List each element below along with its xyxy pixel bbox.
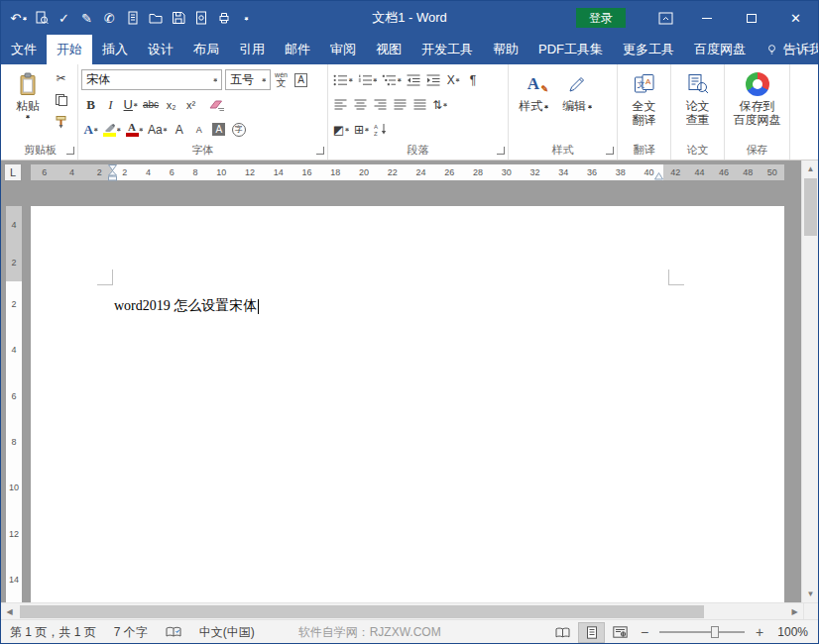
- ribbon-tab[interactable]: 视图: [366, 35, 411, 64]
- thesis-check-button[interactable]: 论文查重: [676, 67, 720, 143]
- asian-layout-button[interactable]: X▾: [444, 70, 463, 90]
- change-case-button[interactable]: Aa▾: [146, 120, 169, 140]
- ribbon-tab[interactable]: 插入: [92, 35, 138, 64]
- styles-button[interactable]: A✎ 样式▾: [512, 67, 555, 143]
- pinyin-guide-button[interactable]: wén文: [272, 70, 291, 90]
- underline-button[interactable]: U▾: [121, 95, 140, 115]
- vertical-scroll-thumb[interactable]: [804, 178, 817, 236]
- bold-button[interactable]: B: [81, 95, 100, 115]
- styles-dialog-launcher-icon[interactable]: [606, 147, 614, 155]
- maximize-button[interactable]: [729, 1, 773, 35]
- font-color-button[interactable]: A ▾: [124, 120, 146, 140]
- sort-button[interactable]: AZ: [372, 120, 391, 140]
- zoom-out-button[interactable]: −: [636, 624, 653, 640]
- increase-font-size-button[interactable]: A: [170, 120, 188, 140]
- ribbon-tab[interactable]: 开发工具: [411, 35, 483, 64]
- undo-button[interactable]: ↶▾: [7, 6, 30, 30]
- tell-me-button[interactable]: 告诉我: [756, 41, 818, 58]
- ribbon-tab[interactable]: 更多工具: [613, 35, 684, 64]
- zoom-slider[interactable]: [659, 631, 745, 633]
- align-left-button[interactable]: [331, 95, 350, 115]
- scroll-left-button[interactable]: ◀: [1, 603, 18, 620]
- ribbon-tab[interactable]: 布局: [183, 35, 229, 64]
- cut-button[interactable]: ✂: [52, 68, 70, 88]
- decrease-indent-button[interactable]: [405, 70, 423, 90]
- clipboard-dialog-launcher-icon[interactable]: [66, 147, 74, 155]
- save-to-baidu-netdisk-button[interactable]: 保存到百度网盘: [731, 67, 784, 143]
- copy-button[interactable]: [52, 90, 70, 110]
- ribbon-tab[interactable]: 百度网盘: [684, 35, 756, 64]
- line-spacing-button[interactable]: ⇅▾: [430, 95, 449, 115]
- multilevel-list-button[interactable]: ▾: [380, 70, 404, 90]
- editing-button[interactable]: 编辑▾: [555, 67, 599, 143]
- proofing-status[interactable]: [157, 626, 190, 638]
- font-size-combo[interactable]: 五号▾: [225, 69, 271, 90]
- paragraph-dialog-launcher-icon[interactable]: [497, 147, 505, 155]
- tab-stop-selector[interactable]: L: [4, 163, 22, 181]
- new-document-button[interactable]: [121, 6, 144, 30]
- horizontal-scrollbar[interactable]: ◀ ▶: [1, 602, 819, 619]
- save-button[interactable]: [167, 6, 189, 30]
- close-button[interactable]: ✕: [773, 1, 818, 35]
- shading-button[interactable]: ◩▾: [331, 120, 351, 140]
- distribute-button[interactable]: [410, 95, 429, 115]
- strikethrough-button[interactable]: abc: [141, 95, 161, 115]
- increase-indent-button[interactable]: [424, 70, 443, 90]
- align-center-button[interactable]: [351, 95, 370, 115]
- read-mode-button[interactable]: [549, 622, 576, 643]
- ribbon-tab[interactable]: 帮助: [483, 35, 528, 64]
- zoom-slider-thumb[interactable]: [711, 626, 719, 638]
- ribbon-tab[interactable]: 引用: [229, 35, 275, 64]
- ribbon-tab[interactable]: 文件: [1, 35, 47, 64]
- vertical-scrollbar[interactable]: ▲ ▼: [801, 161, 818, 602]
- font-dialog-launcher-icon[interactable]: [316, 147, 324, 155]
- preview-print-button[interactable]: [30, 6, 53, 30]
- superscript-button[interactable]: x²: [181, 95, 200, 115]
- bullets-button[interactable]: ▾: [331, 70, 355, 90]
- decrease-font-size-button[interactable]: A: [189, 120, 208, 140]
- zoom-in-button[interactable]: +: [751, 624, 768, 640]
- format-painter-button[interactable]: [52, 112, 70, 132]
- ribbon-tab[interactable]: 设计: [138, 35, 183, 64]
- login-button[interactable]: 登录: [576, 8, 626, 28]
- font-name-combo[interactable]: 宋体▾: [81, 69, 222, 90]
- scroll-down-button[interactable]: ▼: [802, 586, 819, 602]
- touch-mode-button[interactable]: ✆: [98, 6, 121, 30]
- print-layout-button[interactable]: [578, 622, 605, 643]
- full-text-translate-button[interactable]: 文A 全文翻译: [623, 67, 666, 143]
- document-page[interactable]: word2019 怎么设置宋体: [31, 206, 784, 602]
- track-changes-button[interactable]: ✎: [75, 6, 98, 30]
- borders-button[interactable]: ⊞▾: [352, 120, 371, 140]
- print-preview-button[interactable]: [189, 6, 212, 30]
- numbering-button[interactable]: ▾: [356, 70, 380, 90]
- zoom-level[interactable]: 100%: [770, 625, 812, 639]
- horizontal-scroll-track[interactable]: [18, 603, 786, 620]
- ribbon-tab[interactable]: 审阅: [320, 35, 366, 64]
- web-layout-button[interactable]: [607, 622, 634, 643]
- horizontal-scroll-thumb[interactable]: [20, 605, 704, 618]
- clear-formatting-button[interactable]: [207, 95, 227, 115]
- ribbon-tab[interactable]: 开始: [47, 35, 92, 64]
- character-shading-button[interactable]: A: [209, 120, 228, 140]
- justify-button[interactable]: [391, 95, 410, 115]
- show-hide-marks-button[interactable]: ¶: [464, 70, 483, 90]
- subscript-button[interactable]: x₂: [162, 95, 180, 115]
- text-highlight-button[interactable]: ▾: [101, 120, 123, 140]
- right-indent-marker[interactable]: [654, 172, 663, 180]
- document-text[interactable]: word2019 怎么设置宋体: [114, 297, 259, 315]
- spelling-check-button[interactable]: ✓: [53, 6, 75, 30]
- scroll-right-button[interactable]: ▶: [786, 603, 803, 620]
- ribbon-tab[interactable]: PDF工具集: [528, 35, 613, 64]
- ribbon-display-options-button[interactable]: [646, 1, 684, 35]
- open-document-button[interactable]: [144, 6, 167, 30]
- character-border-button[interactable]: A: [292, 70, 310, 90]
- left-indent-marker[interactable]: [108, 170, 117, 181]
- align-right-button[interactable]: [371, 95, 390, 115]
- language-indicator[interactable]: 中文(中国): [190, 624, 264, 641]
- minimize-button[interactable]: [684, 1, 729, 35]
- customize-qat-button[interactable]: ▾: [235, 6, 258, 30]
- scroll-up-button[interactable]: ▲: [802, 161, 819, 177]
- word-count[interactable]: 7 个字: [105, 624, 157, 641]
- ribbon-tab[interactable]: 邮件: [275, 35, 320, 64]
- quick-print-button[interactable]: [212, 6, 235, 30]
